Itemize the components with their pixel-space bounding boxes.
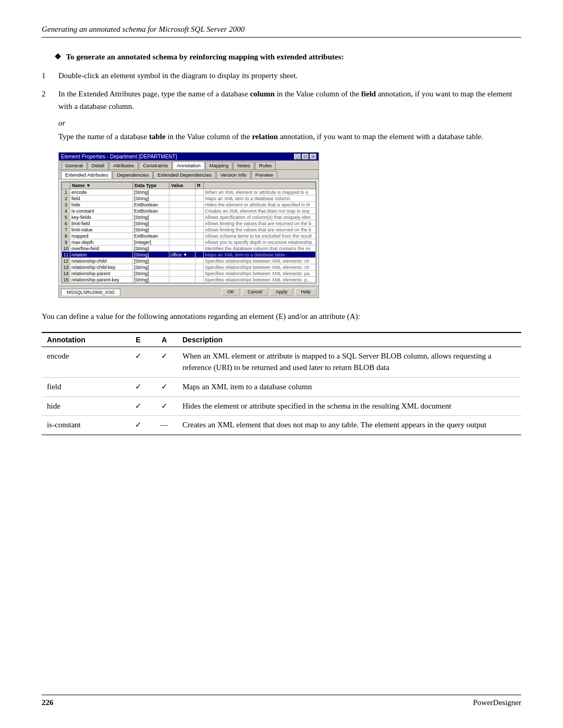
row-9-dtype: [Integer] (133, 239, 169, 245)
row-10-name: overflow-field (70, 245, 133, 252)
help-button[interactable]: Help (295, 288, 316, 295)
minimize-btn[interactable]: _ (294, 154, 301, 159)
tab-mapping[interactable]: Mapping (205, 162, 232, 169)
cancel-button[interactable]: Cancel (242, 288, 268, 295)
step-2-bold1: column (250, 90, 275, 98)
col-datatype: Data Type (133, 182, 169, 189)
row-2-r (195, 195, 204, 202)
tab-general[interactable]: General (61, 162, 87, 169)
ann-hide-e: ✓ (125, 397, 151, 416)
tab-version-info[interactable]: Version Info (216, 171, 251, 179)
row-14-num: 14 (62, 270, 70, 277)
col-r: R (195, 182, 204, 189)
row-13-name: relationship-child-key (70, 264, 133, 270)
row-9-desc: Allows you to specify depth in recursive… (204, 239, 316, 245)
row-3-r (195, 202, 204, 208)
tab-detail[interactable]: Detail (88, 162, 108, 169)
row-14-desc: Specifies relationships between XML elem… (204, 270, 316, 277)
step-2-text-mid1: in the Value column of the (275, 90, 361, 98)
screenshot-titlebar: Element Properties - Department [DEPARTM… (59, 153, 319, 161)
row-7-num: 7 (62, 227, 70, 233)
tab-preview[interactable]: Preview (251, 171, 277, 179)
tab-annotation[interactable]: Annotation (173, 162, 204, 169)
row-9-name: max-depth (70, 239, 133, 245)
tab-extended-attributes[interactable]: Extended Attributes (61, 171, 112, 179)
row-8-value (169, 233, 195, 239)
row-12-desc: Specifies relationships between XML elem… (204, 258, 316, 264)
row-1-dtype: [String] (133, 189, 169, 195)
table-row: 10 overflow-field [String] Identifies th… (62, 245, 316, 252)
col-e: E (125, 332, 151, 347)
row-5-num: 5 (62, 214, 70, 220)
row-1-r (195, 189, 204, 195)
close-btn[interactable]: × (310, 154, 316, 159)
row-4-dtype: ExtBoolean (133, 208, 169, 214)
row-5-name: key-fields (70, 214, 133, 220)
row-15-num: 15 (62, 277, 70, 283)
row-3-desc: Hides the element or attribute that is s… (204, 202, 316, 208)
table-row: 9 max-depth [Integer] Allows you to spec… (62, 239, 316, 245)
diamond-icon: ❖ (54, 52, 61, 61)
ann-isconstant-e: ✓ (125, 416, 151, 435)
row-12-r (195, 258, 204, 264)
attribute-grid[interactable]: Name ▼ Data Type Value R 1 encode [Strin… (61, 181, 316, 283)
annotation-row-is-constant: is-constant ✓ — Creates an XML element t… (42, 416, 521, 435)
step-1-content: Double-click an element symbol in the di… (58, 70, 521, 82)
tab-attributes[interactable]: Attributes (109, 162, 138, 169)
bottom-tab-mssql[interactable]: MSSQLSRv2000_XSD (61, 289, 120, 295)
row-11-desc: Maps an XML item to a database table. (204, 252, 316, 258)
row-4-name: is-constant (70, 208, 133, 214)
tabs-row-2: Extended Attributes Dependencies Extende… (59, 170, 319, 179)
attribute-table: Name ▼ Data Type Value R 1 encode [Strin… (62, 182, 316, 283)
row-2-desc: Maps an XML item to a database column. (204, 195, 316, 202)
screenshot-title: Element Properties - Department [DEPARTM… (61, 154, 177, 159)
maximize-btn[interactable]: □ (302, 154, 309, 159)
row-15-desc: Specifies relationships between XML elem… (204, 277, 316, 283)
row-8-name: mapped (70, 233, 133, 239)
step-2: 2 In the Extended Attributes page, type … (42, 88, 521, 113)
row-14-r (195, 270, 204, 277)
row-7-desc: Allows limiting the values that are retu… (204, 227, 316, 233)
ann-encode-name: encode (42, 347, 125, 378)
ann-encode-desc: When an XML element or attribute is mapp… (177, 347, 521, 378)
row-15-r (195, 277, 204, 283)
row-3-name: hide (70, 202, 133, 208)
row-5-desc: Allows specification of column(s) that u… (204, 214, 316, 220)
ok-button[interactable]: OK (222, 288, 240, 295)
ann-isconstant-name: is-constant (42, 416, 125, 435)
screenshot-window: Element Properties - Department [DEPARTM… (58, 152, 319, 298)
bottom-tabs: MSSQLSRv2000_XSD (61, 289, 120, 295)
row-1-desc: When an XML element or attribute is mapp… (204, 189, 316, 195)
tab-notes[interactable]: Notes (233, 162, 254, 169)
apply-button[interactable]: Apply (270, 288, 293, 295)
col-value: Value (169, 182, 195, 189)
row-3-value (169, 202, 195, 208)
row-14-value (169, 270, 195, 277)
row-7-value (169, 227, 195, 233)
row-2-num: 2 (62, 195, 70, 202)
row-3-num: 3 (62, 202, 70, 208)
page-footer: 226 PowerDesigner (42, 695, 521, 707)
followup-para: Type the name of a database table in the… (58, 131, 521, 143)
grid-body: 1 encode [String] When an XML element or… (62, 189, 316, 283)
followup-text-end: annotation, if you want to map the eleme… (278, 132, 483, 141)
row-5-dtype: [String] (133, 214, 169, 220)
followup-text-before: Type the name of a database (58, 132, 149, 141)
tab-extended-dependencies[interactable]: Extended Dependencies (153, 171, 216, 179)
table-row: 6 limit-field [String] Allows limiting t… (62, 220, 316, 227)
tab-dependencies[interactable]: Dependencies (113, 171, 153, 179)
row-10-num: 10 (62, 245, 70, 252)
page-header: Generating an annotated schema for Micro… (42, 25, 521, 38)
tab-rules[interactable]: Rules (255, 162, 276, 169)
row-13-desc: Specifies relationships between XML elem… (204, 264, 316, 270)
row-11-name: relation (70, 252, 133, 258)
col-name: Name ▼ (70, 182, 133, 189)
ann-isconstant-a: — (151, 416, 177, 435)
row-6-desc: Allows limiting the values that are retu… (204, 220, 316, 227)
tabs-row-1: General Detail Attributes Constraints An… (59, 161, 319, 170)
ann-field-e: ✓ (125, 377, 151, 397)
followup-text-mid: in the Value column of the (166, 132, 252, 141)
ann-field-desc: Maps an XML item to a database column (177, 377, 521, 397)
tab-constraints[interactable]: Constraints (139, 162, 172, 169)
row-13-num: 13 (62, 264, 70, 270)
